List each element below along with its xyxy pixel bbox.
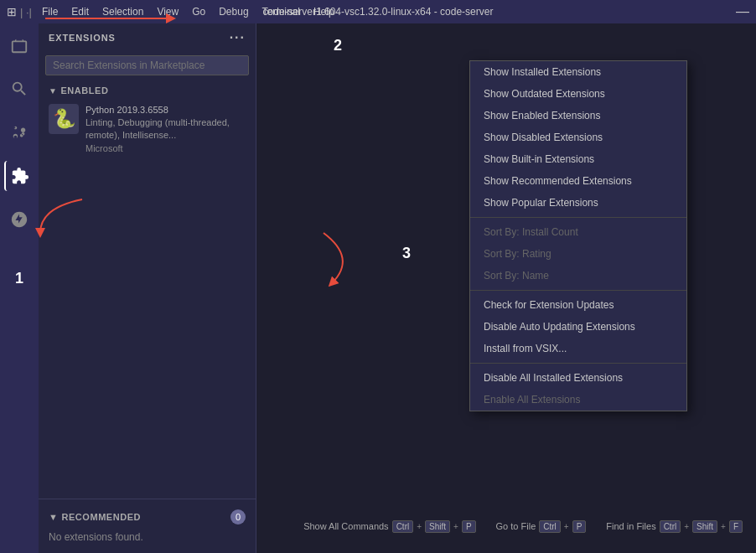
- recommended-header: ▼ RECOMMENDED 0: [39, 506, 256, 528]
- window-title: code-server1.604-vsc1.32.0-linux-x64 - c…: [263, 6, 494, 18]
- show-enabled-item[interactable]: Show Enabled Extensions: [470, 105, 686, 127]
- kbd-plus-4: +: [684, 522, 689, 531]
- status-bar: Show All Commands Ctrl + Shift + P Go to…: [256, 499, 756, 553]
- kbd-ctrl-3: Ctrl: [660, 520, 681, 533]
- kbd-p-1: P: [462, 520, 476, 533]
- go-to-file-status: Go to File Ctrl + P: [496, 520, 587, 533]
- menu-go[interactable]: Go: [192, 6, 205, 18]
- check-updates-item[interactable]: Check for Extension Updates: [470, 294, 686, 316]
- more-actions-button[interactable]: ···: [230, 30, 246, 45]
- menu-selection[interactable]: Selection: [102, 6, 143, 18]
- kbd-plus-1: +: [417, 522, 422, 531]
- activity-search[interactable]: [4, 74, 34, 104]
- extensions-dropdown-menu: Show Installed Extensions Show Outdated …: [469, 60, 687, 411]
- logo-bracket: | ·|: [20, 6, 32, 18]
- enabled-section-arrow: ▼: [49, 86, 57, 96]
- find-in-files-label: Find in Files: [606, 521, 655, 531]
- python-extension-publisher: Microsoft: [85, 143, 246, 153]
- python-extension-name: Python 2019.3.6558: [85, 104, 246, 116]
- activity-bar: [0, 23, 39, 553]
- sort-install-count-item: Sort By: Install Count: [470, 221, 686, 243]
- recommended-arrow: ▼: [49, 512, 58, 522]
- search-input[interactable]: [45, 55, 249, 75]
- menu-file[interactable]: File: [42, 6, 58, 18]
- show-installed-item[interactable]: Show Installed Extensions: [470, 61, 686, 83]
- sidebar-title: EXTENSIONS: [49, 33, 116, 43]
- python-extension-info: Python 2019.3.6558 Linting, Debugging (m…: [85, 104, 246, 153]
- find-in-files-status: Find in Files Ctrl + Shift + F: [606, 520, 743, 533]
- python-extension-version: 2019.3.6558: [117, 105, 168, 115]
- dropdown-separator-2: [470, 290, 686, 291]
- kbd-f-1: F: [729, 520, 743, 533]
- arrow-3-annotation: [307, 225, 374, 292]
- kbd-plus-2: +: [453, 522, 458, 531]
- recommended-section: ▼ RECOMMENDED 0 No extensions found.: [39, 499, 256, 553]
- sort-name-item: Sort By: Name: [470, 265, 686, 287]
- kbd-ctrl-2: Ctrl: [539, 520, 561, 533]
- sort-rating-item: Sort By: Rating: [470, 243, 686, 265]
- recommended-title: RECOMMENDED: [61, 512, 141, 522]
- activity-settings[interactable]: [4, 204, 34, 235]
- disable-auto-update-item[interactable]: Disable Auto Updating Extensions: [470, 316, 686, 338]
- go-to-file-label: Go to File: [496, 521, 536, 531]
- recommended-badge: 0: [230, 509, 246, 525]
- app-logo: ⊞ | ·|: [7, 5, 32, 18]
- main-layout: EXTENSIONS ··· ▼ ENABLED 🐍 Python 2019.3…: [0, 23, 756, 553]
- dropdown-separator-1: [470, 217, 686, 218]
- show-disabled-item[interactable]: Show Disabled Extensions: [470, 127, 686, 148]
- show-builtin-item[interactable]: Show Built-in Extensions: [470, 148, 686, 170]
- show-all-commands-status: Show All Commands Ctrl + Shift + P: [303, 520, 475, 533]
- kbd-plus-3: +: [564, 522, 569, 531]
- menu-edit[interactable]: Edit: [71, 6, 89, 18]
- activity-extensions[interactable]: [4, 161, 34, 191]
- disable-all-item[interactable]: Disable All Installed Extensions: [470, 367, 686, 389]
- kbd-shift-1: Shift: [425, 520, 450, 533]
- title-bar: ⊞ | ·| File Edit Selection View Go Debug…: [0, 0, 756, 23]
- kbd-p-2: P: [572, 520, 587, 533]
- kbd-ctrl-1: Ctrl: [392, 520, 414, 533]
- activity-explorer[interactable]: [4, 30, 34, 60]
- menu-view[interactable]: View: [157, 6, 179, 18]
- sidebar: EXTENSIONS ··· ▼ ENABLED 🐍 Python 2019.3…: [39, 23, 256, 553]
- minimize-button[interactable]: —: [736, 4, 749, 19]
- python-extension-description: Linting, Debugging (multi-threaded, remo…: [85, 116, 246, 142]
- show-outdated-item[interactable]: Show Outdated Extensions: [470, 83, 686, 105]
- logo-icon: ⊞: [7, 5, 17, 18]
- activity-source-control[interactable]: [4, 117, 34, 147]
- enable-all-item: Enable All Extensions: [470, 389, 686, 411]
- kbd-shift-2: Shift: [692, 520, 717, 533]
- recommended-label: ▼ RECOMMENDED: [49, 512, 141, 522]
- show-recommended-item[interactable]: Show Recommended Extensions: [470, 170, 686, 192]
- dropdown-separator-3: [470, 363, 686, 364]
- kbd-plus-5: +: [721, 522, 726, 531]
- no-extensions-label: No extensions found.: [39, 528, 256, 546]
- show-all-commands-label: Show All Commands: [303, 521, 389, 531]
- install-vsix-item[interactable]: Install from VSIX...: [470, 338, 686, 359]
- sidebar-header: EXTENSIONS ···: [39, 23, 256, 52]
- enabled-section-label: ENABLED: [60, 85, 108, 96]
- enabled-section-header: ▼ ENABLED: [39, 82, 256, 99]
- python-extension-item[interactable]: 🐍 Python 2019.3.6558 Linting, Debugging …: [39, 99, 256, 158]
- menu-debug[interactable]: Debug: [219, 6, 248, 18]
- show-popular-item[interactable]: Show Popular Extensions: [470, 192, 686, 214]
- python-extension-icon: 🐍: [49, 104, 79, 134]
- main-content: Show Installed Extensions Show Outdated …: [256, 23, 756, 553]
